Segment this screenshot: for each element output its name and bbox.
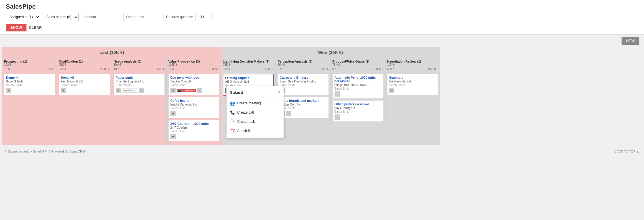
col-negotiation-title: Negotiation/Review (1): [387, 60, 438, 63]
action-popup: Sukurti × 👥 Create meeting 📞 Create call: [226, 86, 284, 138]
popup-attach-file[interactable]: 📅 Attach file: [227, 126, 284, 136]
create-call-icon: 📞: [230, 110, 235, 115]
show-button[interactable]: SHOW: [6, 24, 26, 31]
card-paper-suply: Paper suply Chandler Logistics Inc Sarah…: [114, 74, 165, 95]
popup-attach-file-label: Attach file: [237, 129, 252, 133]
col-proposal-title: Proposal/Price Quote (2): [333, 60, 383, 63]
col-needs-analysis-title: Needs Analysis (1): [114, 60, 165, 63]
card-add-button[interactable]: +: [335, 114, 340, 120]
new-button[interactable]: NEW: [622, 37, 639, 45]
account-input[interactable]: [81, 13, 121, 21]
card-company: 24/7 Couriers: [170, 126, 217, 129]
card-add-button[interactable]: +: [61, 88, 66, 93]
card-user: Sarah Smith: [6, 84, 53, 87]
card-user: Sarah Smith: [335, 87, 381, 90]
card-title[interactable]: Printing Suplies: [225, 76, 271, 80]
assigned-filter[interactable]: Assigned to (1): [6, 13, 40, 21]
col-perception-title: Perception Analysis (2): [278, 60, 328, 63]
card-add-button[interactable]: +: [170, 88, 176, 93]
card-more-button[interactable]: ···: [197, 88, 202, 93]
card-add-button[interactable]: +: [6, 88, 11, 93]
card-eco-pens: Eco pens with logo Tracker Com LP Sarah …: [168, 74, 219, 95]
back-to-top-button[interactable]: BACK TO TOP ▲: [614, 150, 639, 153]
card-title[interactable]: Office printers renewal: [335, 102, 381, 106]
col-value-proposition-meta-right: 10000 €: [209, 67, 219, 71]
stages-filter[interactable]: Sales stages (8): [43, 13, 79, 21]
card-company: Bay Funding Co: [335, 106, 381, 110]
card-title[interactable]: Cases and Binders: [280, 76, 326, 79]
card-title[interactable]: Automatic Pens- 1000 units per Month: [335, 76, 381, 83]
card-more-button[interactable]: ···: [139, 88, 144, 93]
footer: © Supercharged by SuiteCRM © Powered By …: [0, 147, 644, 155]
card-add-button[interactable]: +: [170, 134, 176, 139]
col-prospecting-title: Prospecting (1): [4, 60, 55, 63]
card-title[interactable]: Cofee beans: [170, 99, 217, 102]
card-user: Sarah Smith: [335, 110, 381, 113]
kanban-board: Lost (10K €) Prospecting (1) 100 € 13 d.…: [2, 47, 642, 145]
col-needs-analysis-meta-left: 19 d.: [114, 67, 120, 71]
col-prospecting-meta-left: 13 d.: [4, 67, 10, 71]
card-auto-pens: Automatic Pens- 1000 units per Month Kri…: [333, 74, 383, 99]
popup-create-call[interactable]: 📞 Create call: [227, 108, 284, 117]
col-perception: Perception Analysis (2) 85K € 0 d. 10000…: [276, 58, 330, 125]
won-section: Won (25K €) Identifying Decision Makers …: [221, 47, 440, 145]
card-user: Sarah Smith: [170, 107, 217, 110]
col-needs-analysis-subtitle: 10K €: [114, 63, 165, 66]
col-prospecting: Prospecting (1) 100 € 13 d. 100 € Demo k…: [2, 58, 57, 145]
opportunity-input[interactable]: [124, 13, 164, 21]
card-title[interactable]: 24/7 Couriers - 1000 units: [170, 122, 217, 125]
records-input[interactable]: [195, 13, 212, 21]
card-office-printers: Office printers renewal Bay Funding Co S…: [333, 100, 383, 122]
card-demo-kit-2: Demo kit First National S/B Sarah Smith …: [59, 74, 110, 95]
col-negotiation: Negotiation/Review (1) 10K € 639 d. 1000…: [385, 58, 440, 125]
date-alert-badge: 📷 07/08/2020: [177, 89, 196, 92]
col-proposal-meta-left: 0 d.: [333, 67, 337, 71]
card-title[interactable]: Demo kit: [61, 76, 108, 79]
card-add-button[interactable]: +: [170, 111, 176, 116]
card-title[interactable]: Eco pens with logo: [170, 76, 217, 79]
popup-close-button[interactable]: ×: [278, 90, 280, 95]
won-header: Won (25K €): [221, 47, 440, 58]
clear-button[interactable]: CLEAR: [29, 25, 42, 30]
col-negotiation-meta-right: 10000 €: [428, 67, 438, 71]
popup-title: Sukurti: [230, 90, 243, 95]
popup-create-task[interactable]: 📄 Create task: [227, 117, 284, 126]
card-company: Insight Marketing Inc: [170, 103, 217, 106]
col-identifying-subtitle: 25K €: [223, 63, 274, 66]
col-negotiation-meta-left: 639 d.: [387, 67, 395, 71]
app-title: SalesPipe: [6, 3, 638, 10]
card-user: Sarah Smith: [61, 84, 108, 87]
col-qualification-meta-right: 25000 €: [99, 67, 110, 71]
card-more-button[interactable]: ···: [286, 111, 291, 116]
col-negotiation-subtitle: 10K €: [387, 63, 438, 66]
card-company: Chandler Logistics Inc: [116, 80, 163, 83]
card-title[interactable]: Paper suply: [116, 76, 163, 79]
card-add-button[interactable]: +: [335, 91, 340, 97]
create-meeting-icon: 👥: [230, 101, 235, 106]
col-perception-subtitle: 85K €: [278, 63, 328, 66]
card-add-button[interactable]: +: [389, 88, 394, 93]
popup-create-meeting[interactable]: 👥 Create meeting: [227, 99, 284, 108]
card-company: Coolview Net Ltd: [389, 80, 436, 83]
col-identifying-meta-left: 639 d.: [223, 67, 231, 71]
card-company: Kringle Bell IncK.A. Towe...: [335, 83, 381, 87]
popup-create-call-label: Create call: [237, 110, 254, 114]
card-title[interactable]: White borads and markers: [280, 99, 326, 102]
col-value-proposition: Value Proposition (3) 135K € 12 d. 10000…: [167, 58, 221, 145]
col-needs-analysis: Needs Analysis (1) 10K € 19 d. 10000 € P…: [112, 58, 167, 145]
card-title[interactable]: Demo kit: [6, 76, 53, 79]
card-add-button[interactable]: +: [116, 88, 121, 93]
col-proposal: Proposal/Price Quote (2) 75K € 0 d. 5000…: [331, 58, 385, 125]
footer-left: © Supercharged by SuiteCRM © Powered By …: [5, 150, 85, 153]
popup-create-task-label: Create task: [237, 120, 255, 124]
card-user: Sarah Smith: [280, 84, 326, 87]
col-value-proposition-meta-left: 12 d.: [168, 67, 175, 71]
card-white-boards: White borads and markers Tracker Com Inc…: [278, 97, 328, 118]
col-prospecting-meta-right: 100 €: [48, 67, 55, 71]
col-prospecting-subtitle: 100 €: [4, 63, 55, 66]
card-user: Sarah Smith: [170, 130, 217, 133]
card-title[interactable]: Scanners: [389, 76, 436, 79]
lost-section: Lost (10K €) Prospecting (1) 100 € 13 d.…: [2, 47, 221, 145]
col-value-proposition-title: Value Proposition (3): [168, 60, 219, 63]
lost-header: Lost (10K €): [2, 47, 221, 58]
